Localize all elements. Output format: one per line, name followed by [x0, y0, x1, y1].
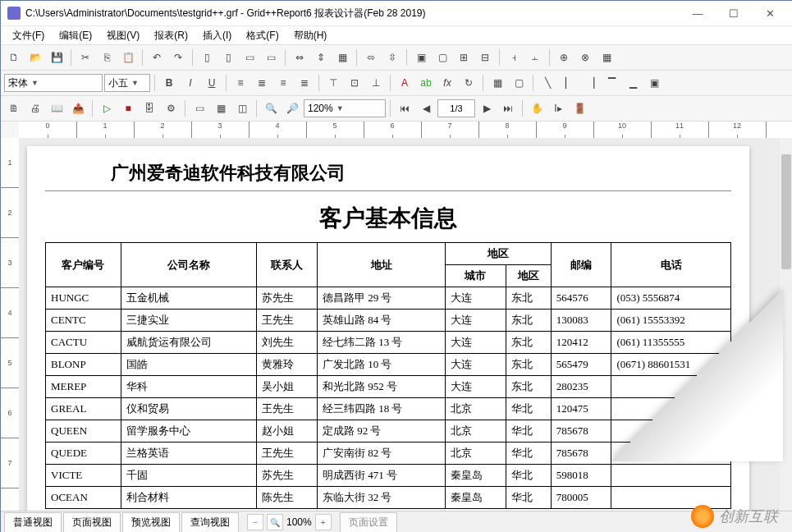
same-size-icon[interactable]: ▦ [332, 48, 352, 67]
fill-color-icon[interactable]: ab [416, 73, 436, 93]
redo-icon[interactable]: ↷ [168, 48, 188, 67]
save-icon[interactable]: 💾 [47, 48, 66, 67]
same-height-icon[interactable]: ⇕ [311, 48, 331, 67]
page-single-icon[interactable]: ▭ [190, 99, 209, 118]
book-icon[interactable]: 📖 [47, 99, 66, 118]
tab-query-view[interactable]: 查询视图 [181, 512, 239, 533]
tab-preview-view[interactable]: 预览视图 [122, 512, 180, 533]
status-zoom: 100% [286, 516, 312, 528]
print-icon[interactable]: 🖨 [25, 99, 45, 118]
prev-page-icon[interactable]: ◀ [416, 99, 436, 118]
minimize-button[interactable]: — [681, 3, 714, 23]
border-top-icon[interactable]: ▔ [602, 73, 621, 93]
align-justify-icon[interactable]: ≣ [295, 73, 314, 93]
page-setup-button[interactable]: 页面设置 [340, 512, 397, 533]
paste-icon[interactable]: 📋 [118, 48, 138, 67]
border-right-icon[interactable]: ▕ [580, 73, 600, 93]
data-icon[interactable]: 🗄 [140, 99, 159, 118]
page-multi-icon[interactable]: ▦ [211, 99, 231, 118]
bring-front-icon[interactable]: ▣ [411, 48, 431, 67]
snap-grid-icon[interactable]: ▦ [597, 48, 616, 67]
open-icon[interactable]: 📂 [25, 48, 45, 67]
valign-bottom-icon[interactable]: ⊥ [366, 73, 386, 93]
line-style-icon[interactable]: ╲ [538, 73, 557, 93]
dist-vert-icon[interactable]: ⫠ [525, 48, 545, 67]
exit-preview-icon[interactable]: 🚪 [570, 99, 589, 118]
config-icon[interactable]: ⚙ [161, 99, 181, 118]
new-icon[interactable]: 🗋 [4, 48, 24, 67]
cell-region: 东北 [506, 310, 551, 332]
scrollbar-vertical[interactable] [779, 138, 792, 511]
maximize-button[interactable]: ☐ [717, 3, 750, 23]
menu-help[interactable]: 帮助(H) [287, 27, 334, 44]
align-left-edge-icon[interactable]: ▯ [197, 48, 217, 67]
zoom-in-icon[interactable]: 🔎 [282, 99, 302, 118]
menu-view[interactable]: 视图(V) [100, 27, 146, 44]
tab-page-view[interactable]: 页面视图 [63, 512, 121, 533]
align-bottom-edge-icon[interactable]: ▭ [261, 48, 281, 67]
zoom-combo[interactable]: 120%▼ [304, 99, 386, 117]
zoom-plus-icon[interactable]: + [315, 514, 332, 530]
ruler-vertical[interactable]: 12345678910 [1, 138, 20, 511]
export-icon[interactable]: 📤 [68, 99, 88, 118]
stop-icon[interactable]: ■ [118, 99, 138, 118]
align-right-edge-icon[interactable]: ▯ [218, 48, 238, 67]
cell-zip: 565479 [551, 354, 611, 376]
menu-edit[interactable]: 编辑(E) [53, 27, 98, 44]
border-all-icon[interactable]: ▦ [488, 73, 507, 93]
canvas-scroll[interactable]: 广州爱奇迪软件科技有限公司 客户基本信息 客户编号 公司名称 联系人 地址 地区… [19, 138, 780, 511]
align-center-icon[interactable]: ≣ [252, 73, 272, 93]
zoom-fit-icon[interactable]: 🔍 [267, 514, 283, 530]
align-top-edge-icon[interactable]: ▭ [240, 48, 259, 67]
align-right-icon[interactable]: ≡ [273, 73, 293, 93]
center-horiz-icon[interactable]: ⊕ [554, 48, 574, 67]
underline-icon[interactable]: U [202, 73, 222, 93]
hand-tool-icon[interactable]: ✋ [527, 99, 547, 118]
group-icon[interactable]: ⊞ [454, 48, 474, 67]
run-icon[interactable]: ▷ [97, 99, 117, 118]
italic-icon[interactable]: I [181, 73, 200, 93]
page-input[interactable] [437, 99, 475, 117]
cell-company: 留学服务中心 [121, 420, 256, 443]
align-left-icon[interactable]: ≡ [231, 73, 250, 93]
border-none-icon[interactable]: ▢ [509, 73, 529, 93]
formula-icon[interactable]: fx [437, 73, 457, 93]
next-page-icon[interactable]: ▶ [477, 99, 497, 118]
dist-horiz-icon[interactable]: ⫞ [504, 48, 524, 67]
copy-icon[interactable]: ⎘ [97, 48, 117, 67]
bold-icon[interactable]: B [159, 73, 179, 93]
center-vert-icon[interactable]: ⊗ [575, 48, 595, 67]
text-select-icon[interactable]: I▸ [548, 99, 568, 118]
font-color-icon[interactable]: A [395, 73, 414, 93]
font-size-combo[interactable]: 小五▼ [104, 74, 150, 92]
border-outer-icon[interactable]: ▣ [644, 73, 664, 93]
border-left-icon[interactable]: ▏ [559, 73, 579, 93]
ungroup-icon[interactable]: ⊟ [475, 48, 495, 67]
menu-insert[interactable]: 插入(I) [196, 27, 238, 44]
first-page-icon[interactable]: ⏮ [395, 99, 414, 118]
send-back-icon[interactable]: ▢ [433, 48, 452, 67]
font-combo[interactable]: 宋体▼ [4, 74, 103, 92]
cell-contact: 苏先生 [257, 465, 318, 487]
page-width-icon[interactable]: ◫ [232, 99, 252, 118]
valign-middle-icon[interactable]: ⊡ [345, 73, 364, 93]
close-button[interactable]: ✕ [753, 3, 786, 23]
menu-report[interactable]: 报表(R) [148, 27, 195, 44]
zoom-out-icon[interactable]: 🔍 [261, 99, 281, 118]
refresh-icon[interactable]: ↻ [459, 73, 478, 93]
ruler-horizontal[interactable]: 0123456789101112 [19, 122, 780, 139]
cell-region: 东北 [506, 287, 551, 310]
menu-file[interactable]: 文件(F) [6, 27, 51, 44]
border-bottom-icon[interactable]: ▁ [623, 73, 643, 93]
tab-normal-view[interactable]: 普通视图 [4, 512, 62, 533]
menu-format[interactable]: 格式(F) [240, 27, 285, 44]
space-horiz-icon[interactable]: ⬄ [361, 48, 381, 67]
valign-top-icon[interactable]: ⊤ [323, 73, 343, 93]
last-page-icon[interactable]: ⏭ [498, 99, 518, 118]
space-vert-icon[interactable]: ⇳ [382, 48, 402, 67]
same-width-icon[interactable]: ⇔ [290, 48, 309, 67]
zoom-minus-icon[interactable]: − [247, 514, 263, 530]
cut-icon[interactable]: ✂ [76, 48, 95, 67]
preview-icon[interactable]: 🗎 [4, 99, 24, 118]
undo-icon[interactable]: ↶ [147, 48, 167, 67]
